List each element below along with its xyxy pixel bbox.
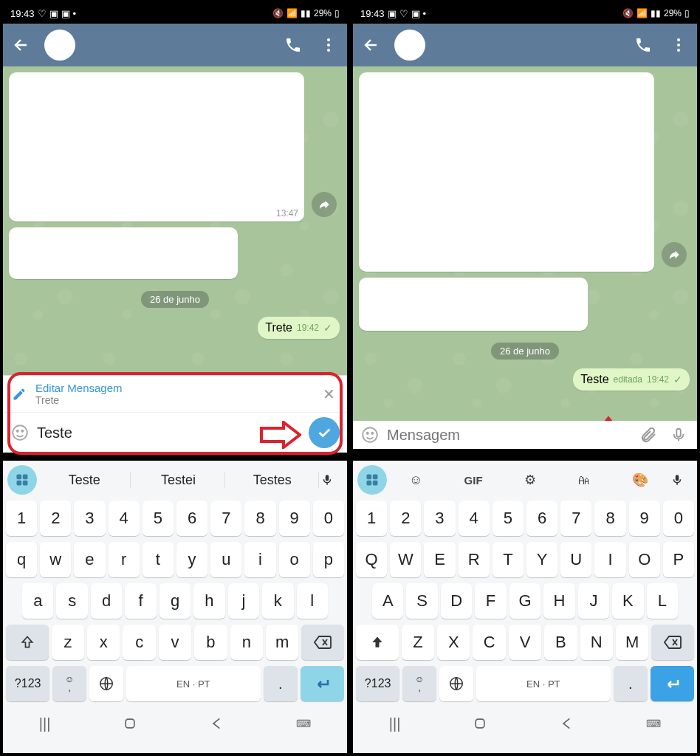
call-button[interactable] xyxy=(631,32,656,58)
key[interactable]: b xyxy=(194,625,227,660)
key[interactable]: 6 xyxy=(176,501,207,536)
menu-button[interactable] xyxy=(316,32,341,58)
key[interactable]: N xyxy=(580,625,613,660)
emoji-key[interactable]: ☺, xyxy=(402,666,436,701)
key[interactable]: 3 xyxy=(424,501,455,536)
key[interactable]: W xyxy=(390,542,421,577)
key[interactable]: I xyxy=(594,542,625,577)
sticker-icon[interactable]: ☺ xyxy=(409,472,422,488)
gif-icon[interactable]: GIF xyxy=(464,474,483,487)
key[interactable]: 0 xyxy=(663,501,694,536)
key[interactable]: i xyxy=(244,542,275,577)
forward-button[interactable] xyxy=(312,192,337,217)
key[interactable]: 4 xyxy=(109,501,140,536)
key[interactable]: J xyxy=(578,583,609,619)
key[interactable]: P xyxy=(663,542,694,577)
suggestion[interactable]: Teste xyxy=(38,472,131,488)
key[interactable]: F xyxy=(475,583,506,619)
key[interactable]: V xyxy=(509,625,541,660)
home-button[interactable] xyxy=(473,716,487,731)
key[interactable]: Q xyxy=(356,542,387,577)
key[interactable]: r xyxy=(109,542,140,577)
key[interactable]: 7 xyxy=(210,501,241,536)
key[interactable]: 6 xyxy=(526,501,557,536)
suggestion[interactable]: Testes xyxy=(227,472,319,488)
translate-icon[interactable]: 🗛 xyxy=(577,472,591,488)
shift-key[interactable] xyxy=(356,625,399,660)
language-key[interactable] xyxy=(89,666,123,701)
key[interactable]: k xyxy=(262,583,293,619)
message-input[interactable] xyxy=(37,425,301,441)
key[interactable]: e xyxy=(74,542,105,577)
key[interactable]: M xyxy=(616,625,648,660)
shift-key[interactable] xyxy=(6,625,49,660)
enter-key[interactable] xyxy=(301,666,344,701)
avatar[interactable] xyxy=(394,30,425,61)
emoji-key[interactable]: ☺, xyxy=(52,666,86,701)
key[interactable]: v xyxy=(159,625,191,660)
key[interactable]: m xyxy=(266,625,298,660)
language-key[interactable] xyxy=(439,666,473,701)
back-nav-button[interactable] xyxy=(210,716,224,731)
settings-icon[interactable]: ⚙ xyxy=(524,472,536,488)
keyboard-toggle[interactable]: ⌨ xyxy=(296,718,311,729)
chat-area[interactable]: 13:47 26 de junho Trete 19:42 ✓ xyxy=(3,66,347,375)
recents-button[interactable]: ||| xyxy=(389,715,401,732)
key[interactable]: p xyxy=(313,542,344,577)
emoji-button[interactable] xyxy=(10,423,30,442)
backspace-key[interactable] xyxy=(301,625,344,660)
key[interactable]: 7 xyxy=(560,501,591,536)
voice-input-button[interactable] xyxy=(670,472,693,488)
outgoing-message[interactable]: Teste editada 19:42 ✓ xyxy=(573,368,690,391)
backspace-key[interactable] xyxy=(651,625,694,660)
key[interactable]: G xyxy=(509,583,541,619)
key[interactable]: h xyxy=(193,583,224,619)
key[interactable]: c xyxy=(123,625,155,660)
suggestion[interactable]: Testei xyxy=(132,472,224,488)
key[interactable]: A xyxy=(372,583,403,619)
key[interactable]: u xyxy=(210,542,241,577)
key[interactable]: g xyxy=(159,583,191,619)
keyboard-menu-button[interactable] xyxy=(357,465,387,495)
key[interactable]: O xyxy=(629,542,660,577)
back-button[interactable] xyxy=(359,32,384,58)
menu-button[interactable] xyxy=(666,32,691,58)
key[interactable]: t xyxy=(143,542,174,577)
call-button[interactable] xyxy=(281,32,306,58)
key[interactable]: R xyxy=(459,542,490,577)
key[interactable]: d xyxy=(91,583,122,619)
key[interactable]: j xyxy=(228,583,259,619)
close-edit-button[interactable]: ✕ xyxy=(320,382,338,406)
incoming-message[interactable]: 13:47 xyxy=(9,72,304,221)
key[interactable]: K xyxy=(612,583,643,619)
key[interactable]: x xyxy=(87,625,120,660)
key[interactable]: 5 xyxy=(493,501,524,536)
key[interactable]: 0 xyxy=(313,501,344,536)
key[interactable]: w xyxy=(40,542,71,577)
key[interactable]: E xyxy=(424,542,455,577)
incoming-message-2[interactable] xyxy=(359,278,588,331)
key[interactable]: 4 xyxy=(459,501,490,536)
home-button[interactable] xyxy=(123,716,137,731)
period-key[interactable]: . xyxy=(264,666,298,701)
back-nav-button[interactable] xyxy=(560,716,574,731)
symbols-key[interactable]: ?123 xyxy=(356,666,399,701)
key[interactable]: 1 xyxy=(6,501,37,536)
period-key[interactable]: . xyxy=(614,666,648,701)
recents-button[interactable]: ||| xyxy=(39,715,51,732)
key[interactable]: 9 xyxy=(629,501,660,536)
key[interactable]: S xyxy=(406,583,437,619)
symbols-key[interactable]: ?123 xyxy=(6,666,49,701)
key[interactable]: Z xyxy=(402,625,434,660)
key[interactable]: o xyxy=(279,542,310,577)
key[interactable]: 2 xyxy=(390,501,421,536)
send-button[interactable] xyxy=(309,417,340,448)
enter-key[interactable] xyxy=(651,666,694,701)
key[interactable]: f xyxy=(125,583,156,619)
emoji-button[interactable] xyxy=(360,425,380,444)
avatar[interactable] xyxy=(44,30,75,61)
mic-button[interactable] xyxy=(668,425,690,444)
key[interactable]: 9 xyxy=(279,501,310,536)
forward-button[interactable] xyxy=(662,242,687,267)
key[interactable]: s xyxy=(56,583,87,619)
